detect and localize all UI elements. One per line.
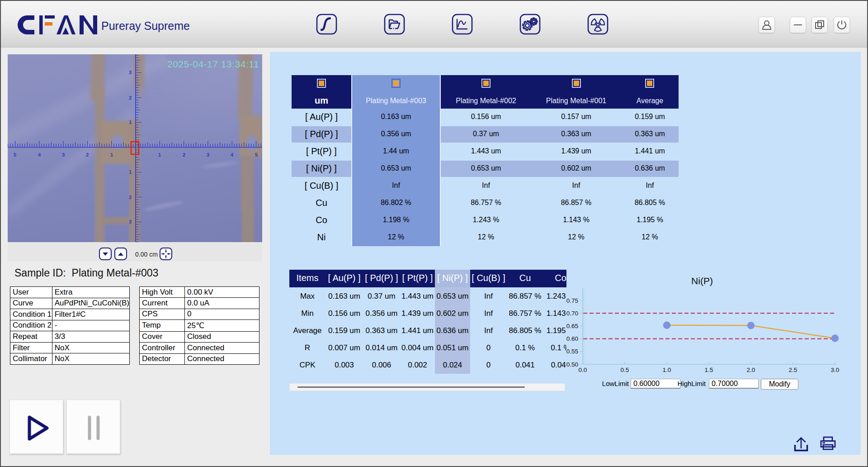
svg-text:2: 2	[183, 152, 185, 157]
svg-text:0.70: 0.70	[566, 310, 578, 317]
svg-text:5: 5	[255, 152, 258, 157]
svg-text:0.55: 0.55	[566, 348, 578, 355]
svg-text:1: 1	[158, 152, 161, 157]
svg-text:2: 2	[86, 152, 89, 157]
svg-text:3: 3	[129, 219, 132, 224]
svg-text:0.0: 0.0	[579, 367, 587, 373]
svg-text:2.0: 2.0	[747, 367, 755, 373]
svg-text:3: 3	[62, 152, 65, 157]
svg-text:1: 1	[110, 152, 113, 157]
svg-text:0.5: 0.5	[621, 367, 629, 373]
svg-text:0.65: 0.65	[566, 323, 578, 329]
svg-text:2: 2	[129, 195, 132, 200]
svg-text:1.5: 1.5	[705, 367, 713, 373]
svg-text:1.0: 1.0	[663, 367, 671, 373]
svg-text:3: 3	[129, 70, 132, 75]
svg-text:1: 1	[129, 169, 132, 175]
svg-text:2.5: 2.5	[789, 367, 797, 373]
svg-text:4: 4	[231, 152, 234, 157]
svg-text:3: 3	[207, 152, 209, 157]
svg-text:0.60: 0.60	[566, 335, 578, 342]
svg-text:2: 2	[129, 95, 132, 100]
svg-text:4: 4	[38, 152, 41, 157]
svg-text:1: 1	[129, 119, 132, 125]
svg-text:0.75: 0.75	[566, 297, 578, 304]
svg-text:3.0: 3.0	[831, 367, 840, 373]
svg-text:Ni(P): Ni(P)	[691, 276, 713, 286]
svg-text:0.50: 0.50	[566, 361, 578, 368]
svg-text:5: 5	[14, 152, 16, 157]
